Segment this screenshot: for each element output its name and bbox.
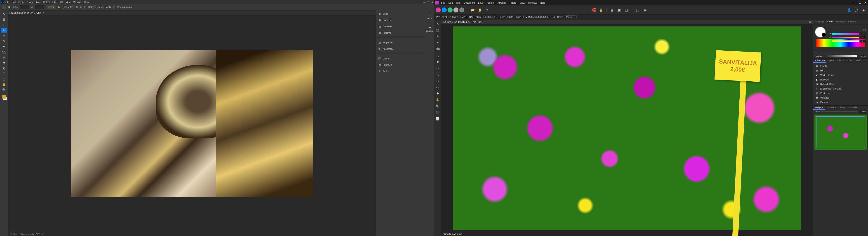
navigator-preview[interactable] xyxy=(814,115,867,150)
zoom-value[interactable]: 99 % xyxy=(859,110,867,113)
af-menu-help[interactable]: Help xyxy=(540,1,545,4)
opacity-value[interactable]: 100 % xyxy=(859,55,866,57)
maximize-icon[interactable]: ☐ xyxy=(859,1,861,4)
lock-icon[interactable]: 🔒 xyxy=(598,7,604,13)
eyedropper-tool[interactable]: ✎ xyxy=(1,38,7,43)
af-menu-text[interactable]: Text xyxy=(456,1,460,4)
ps-canvas[interactable] xyxy=(8,16,376,232)
close-icon[interactable]: ✕ xyxy=(431,1,433,3)
tab-history[interactable]: History xyxy=(837,106,847,110)
move-tool[interactable]: ↖ xyxy=(435,21,440,27)
eraser-tool[interactable]: ⌫ xyxy=(1,49,7,54)
frame-tool[interactable]: ▭ xyxy=(1,33,7,38)
panel-layers[interactable]: ❐Layers xyxy=(377,56,425,61)
gradient-tool[interactable]: △ xyxy=(1,55,7,60)
colour-secondary-swatch[interactable] xyxy=(822,33,826,37)
crop-tool[interactable]: ✂ xyxy=(435,65,440,71)
af-menu-document[interactable]: Document xyxy=(464,1,475,4)
af-menu-filters[interactable]: Filters xyxy=(509,1,516,4)
adj-posterise[interactable]: ▤Posterise xyxy=(813,91,868,95)
ps-menu-help[interactable]: Help xyxy=(84,1,89,3)
panel-color[interactable]: ◧Color xyxy=(377,11,425,16)
grid-icon[interactable]: ▦ xyxy=(75,6,78,8)
persona-export[interactable] xyxy=(459,7,464,12)
color-swatch-fg[interactable] xyxy=(2,95,6,98)
minimize-icon[interactable]: — xyxy=(423,1,426,3)
panel-properties[interactable]: ◫Properties xyxy=(377,40,425,45)
tab-colour[interactable]: Colour xyxy=(826,20,835,24)
close-icon[interactable]: ✕ xyxy=(864,1,867,4)
quickmask-icon[interactable]: ◉ xyxy=(642,7,648,13)
units-select[interactable]: Pixels xyxy=(565,16,577,19)
account-icon[interactable]: ◯ xyxy=(854,7,859,13)
af-menu-edit[interactable]: Edit xyxy=(448,1,453,4)
af-menu-view[interactable]: View xyxy=(520,1,525,4)
open-icon[interactable]: 📂 xyxy=(470,7,475,13)
ps-menu-type[interactable]: Type xyxy=(36,1,41,3)
hand-tool[interactable]: ✋ xyxy=(435,97,440,102)
af-menu-file[interactable]: File xyxy=(441,1,445,4)
g-slider[interactable] xyxy=(832,37,859,38)
tab-transform[interactable]: Transform xyxy=(825,106,837,110)
ps-menu-filter[interactable]: Filter xyxy=(53,1,57,3)
ps-menu-image[interactable]: Image xyxy=(18,1,25,3)
type-tool[interactable]: T xyxy=(1,71,7,76)
lasso-tool[interactable]: ◌ xyxy=(1,22,7,27)
hand-tool[interactable]: ✋ xyxy=(1,82,7,87)
marquee-tool[interactable]: ▦ xyxy=(1,17,7,22)
af-canvas[interactable]: SANVITALIJA 2,00€ xyxy=(441,24,813,232)
arrange-icon[interactable]: ⬚ xyxy=(635,7,640,13)
erase-tool[interactable]: ⌫ xyxy=(435,46,440,52)
tab-close-icon[interactable]: ✕ xyxy=(809,21,811,23)
hand-icon[interactable]: ✋ xyxy=(477,7,483,13)
tab-adjustment[interactable]: Adjustment xyxy=(813,59,827,63)
adj-recolour[interactable]: ◧Recolour xyxy=(813,77,868,82)
r-value[interactable]: 255 xyxy=(860,32,866,35)
tab-histogram[interactable]: Histogram xyxy=(813,20,826,24)
home-icon[interactable]: ⌂ xyxy=(2,5,6,9)
persona-tone[interactable] xyxy=(454,7,458,12)
tab-layers[interactable]: Layers xyxy=(827,59,836,63)
bg-swatch[interactable]: ⬜ xyxy=(435,116,440,122)
opacity-slider[interactable] xyxy=(824,55,857,57)
fill-tool[interactable]: △ xyxy=(435,53,440,58)
clear-button[interactable]: Clear xyxy=(46,5,56,9)
align-left-icon[interactable]: ▤ xyxy=(610,7,615,13)
ps-menu-3d[interactable]: 3D xyxy=(60,1,63,3)
panel-paths[interactable]: ✎Paths xyxy=(377,69,425,74)
adj-hsl[interactable]: ◉HSL xyxy=(813,68,868,73)
crop-tool-icon[interactable]: ▣ xyxy=(8,6,10,8)
ps-menu-view[interactable]: View xyxy=(66,1,71,3)
navigator-viewport-rect[interactable] xyxy=(816,116,865,148)
gear-icon[interactable]: ⚙ xyxy=(80,6,82,8)
ps-zoom-readout[interactable]: 66.67% xyxy=(10,233,17,235)
snapping-icon[interactable]: 🧲 xyxy=(591,7,596,13)
adj-vibrance[interactable]: ✿Vibrance xyxy=(813,95,868,100)
zoom-slider[interactable] xyxy=(821,111,858,112)
tab-swatches[interactable]: Swatches xyxy=(835,20,847,24)
ps-menu-layer[interactable]: Layer xyxy=(27,1,33,3)
panel-patterns[interactable]: ▩Patterns xyxy=(377,30,425,35)
b-slider[interactable] xyxy=(832,40,859,42)
ps-document-tab[interactable]: ljubljana-2.jpg @ 66.7% (RGB/8) * xyxy=(8,10,376,16)
tab-navigator[interactable]: Navigator xyxy=(813,106,825,110)
shape-tool[interactable]: ▢ xyxy=(1,77,7,81)
tab-channels[interactable]: Channels xyxy=(847,106,859,110)
minimize-icon[interactable]: — xyxy=(853,1,856,4)
ps-menu-edit[interactable]: Edit xyxy=(12,1,16,3)
ps-menu-select[interactable]: Select xyxy=(43,1,50,3)
adj-levels[interactable]: ▦Levels xyxy=(813,64,868,68)
dodge-tool[interactable]: ◐ xyxy=(435,59,440,65)
assistant-icon[interactable]: 👤 xyxy=(846,7,852,13)
b-value[interactable]: 255 xyxy=(860,40,866,42)
brush-tool[interactable]: ✒ xyxy=(435,40,440,46)
af-menu-select[interactable]: Select xyxy=(488,1,495,4)
shape-tool[interactable]: ⬡ xyxy=(435,78,440,84)
panel-gradients[interactable]: ◨Gradients xyxy=(377,24,425,29)
stock-icon[interactable]: ◈ xyxy=(861,7,866,13)
align-right-icon[interactable]: ▥ xyxy=(624,7,629,13)
crop-tool[interactable]: ✂ xyxy=(1,28,7,33)
ratio-w-input[interactable] xyxy=(20,5,29,9)
rgb-mode-label[interactable]: RGB xyxy=(830,29,866,31)
adj-white-balance[interactable]: ◐White Balance xyxy=(813,73,868,77)
